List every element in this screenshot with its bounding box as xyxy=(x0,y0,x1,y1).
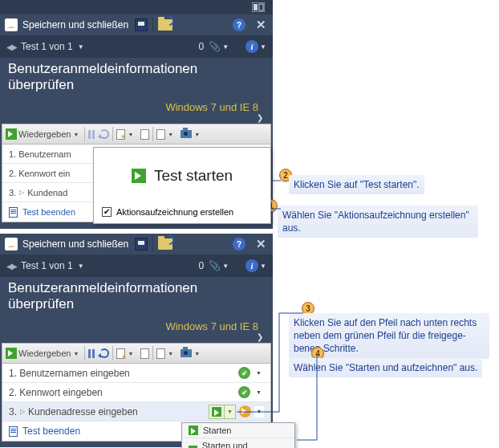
layout-icon[interactable] xyxy=(252,2,265,12)
attachment-icon[interactable]: 📎 xyxy=(209,260,221,271)
page-icon[interactable] xyxy=(140,348,149,359)
page-icon-2[interactable] xyxy=(156,129,165,140)
info-dropdown-icon[interactable]: ▼ xyxy=(260,43,266,51)
expand-icon[interactable]: ❯ xyxy=(0,113,273,122)
active-icon[interactable] xyxy=(239,405,251,417)
svg-rect-2 xyxy=(259,4,263,10)
play-icon[interactable] xyxy=(6,348,17,359)
prev-test-icon[interactable]: ◀▶ xyxy=(6,43,16,51)
ribbon-bar: Speichern und schließen ? ✕ xyxy=(0,234,273,255)
step-dropdown-icon[interactable]: ▼ xyxy=(78,43,84,51)
config-label: Windows 7 und IE 8 xyxy=(0,317,273,334)
play-icon xyxy=(212,407,221,417)
checkbox-icon: ✔ xyxy=(102,207,112,217)
reset-icon xyxy=(99,129,109,139)
pass-icon[interactable]: ✔ xyxy=(238,386,250,398)
open-icon[interactable] xyxy=(158,19,172,31)
callout-1-text: Wählen Sie "Aktionsaufzeichnung erstelle… xyxy=(278,206,478,238)
camera-icon[interactable] xyxy=(181,130,192,138)
save-icon[interactable] xyxy=(135,18,148,31)
document-icon xyxy=(9,426,18,437)
info-icon[interactable]: i xyxy=(245,259,258,272)
action-toolbar: Wiedergeben ▼ ▼ ▼ ▼ xyxy=(2,124,271,145)
play-icon xyxy=(189,426,198,435)
test-runner-panel-2: Speichern und schließen ? ✕ ◀▶ Test 1 vo… xyxy=(0,234,273,447)
pause-icon[interactable] xyxy=(88,349,95,358)
window-top-strip xyxy=(0,0,273,14)
step-bar: ◀▶ Test 1 von 1 ▼ 0 📎 ▼ i ▼ xyxy=(0,35,273,58)
step-bar: ◀▶ Test 1 von 1 ▼ 0 📎 ▼ i ▼ xyxy=(0,255,273,277)
page-icon[interactable] xyxy=(140,129,149,140)
start-test-button[interactable]: Test starten xyxy=(94,148,270,204)
pass-icon[interactable]: ✔ xyxy=(238,367,250,379)
test-title: Benutzeranmeldeinformationen überprüfen xyxy=(8,280,265,312)
play-label[interactable]: Wiedergeben xyxy=(18,129,71,139)
svg-rect-1 xyxy=(254,4,258,10)
play-label[interactable]: Wiedergeben xyxy=(18,348,71,358)
info-icon[interactable]: i xyxy=(245,40,258,53)
create-recording-checkbox[interactable]: ✔ Aktionsaufzeichnung erstellen xyxy=(94,204,270,223)
notebook-icon[interactable] xyxy=(5,238,18,250)
play-split-button[interactable]: ▼ xyxy=(209,405,236,419)
play-dropdown-icon[interactable]: ▼ xyxy=(73,132,79,137)
step-indicator[interactable]: Test 1 von 1 xyxy=(21,41,73,52)
step-row-shared[interactable]: 3.▷Kundenadresse eingeben ▼ ▼ xyxy=(2,402,270,422)
play-dropdown-toggle[interactable]: ▼ xyxy=(224,405,235,418)
camera-icon[interactable] xyxy=(181,349,192,357)
page-gear-icon[interactable] xyxy=(116,129,125,140)
help-icon[interactable]: ? xyxy=(233,238,245,250)
pause-icon xyxy=(88,130,95,139)
play-dropdown-menu: Starten Starten und aufzeichnen xyxy=(181,422,295,448)
attach-dropdown-icon[interactable]: ▼ xyxy=(222,43,229,51)
test-title: Benutzeranmeldeinformationen überprüfen xyxy=(8,61,265,93)
menu-item-start[interactable]: Starten xyxy=(182,423,294,438)
expand-icon[interactable]: ❯ xyxy=(0,332,273,341)
notebook-icon[interactable] xyxy=(5,18,18,31)
attachment-count: 0 xyxy=(198,41,204,52)
separator xyxy=(152,17,153,33)
callout-2-text: Klicken Sie auf "Test starten". xyxy=(289,175,424,194)
title-area: Benutzeranmeldeinformationen überprüfen xyxy=(0,58,273,98)
reset-icon[interactable] xyxy=(99,348,109,358)
status-dropdown-icon[interactable]: ▼ xyxy=(254,406,264,417)
attachment-icon[interactable]: 📎 xyxy=(209,41,221,52)
separator xyxy=(233,39,234,55)
step-row[interactable]: 1. Benutzernamen eingeben ✔▼ xyxy=(2,364,270,383)
ribbon-bar: Speichern und schließen ? ✕ xyxy=(0,14,273,35)
page-star-icon[interactable] xyxy=(116,348,125,359)
menu-item-start-record[interactable]: Starten und aufzeichnen xyxy=(182,438,294,448)
test-runner-panel-1: Speichern und schließen ? ✕ ◀▶ Test 1 vo… xyxy=(0,0,273,229)
step-dropdown-icon[interactable]: ▼ xyxy=(78,263,84,270)
config-label: Windows 7 und IE 8 xyxy=(0,98,273,115)
step-row[interactable]: 2. Kennwort eingeben ✔▼ xyxy=(2,383,270,402)
open-icon[interactable] xyxy=(158,238,172,250)
start-test-popup: Test starten ✔ Aktionsaufzeichnung erste… xyxy=(93,147,271,224)
close-icon[interactable]: ✕ xyxy=(254,237,268,251)
page-icon-2[interactable] xyxy=(156,348,165,359)
save-close-label[interactable]: Speichern und schließen xyxy=(22,238,128,250)
action-toolbar: Wiedergeben ▼ ▼ ▼ ▼ xyxy=(2,343,271,364)
document-icon xyxy=(9,207,18,218)
prev-test-icon[interactable]: ◀▶ xyxy=(6,262,16,271)
tool-dropdown-icon[interactable]: ▼ xyxy=(128,132,133,137)
save-icon[interactable] xyxy=(135,238,148,250)
save-close-label[interactable]: Speichern und schließen xyxy=(22,19,128,31)
step-indicator[interactable]: Test 1 von 1 xyxy=(21,260,73,271)
attachment-count: 0 xyxy=(198,260,204,271)
help-icon[interactable]: ? xyxy=(233,18,245,31)
callout-4-text: Wählen Sie "Starten und aufzeichnen" aus… xyxy=(289,358,482,377)
close-icon[interactable]: ✕ xyxy=(254,18,268,32)
play-icon xyxy=(132,169,146,183)
play-icon[interactable] xyxy=(6,128,17,140)
